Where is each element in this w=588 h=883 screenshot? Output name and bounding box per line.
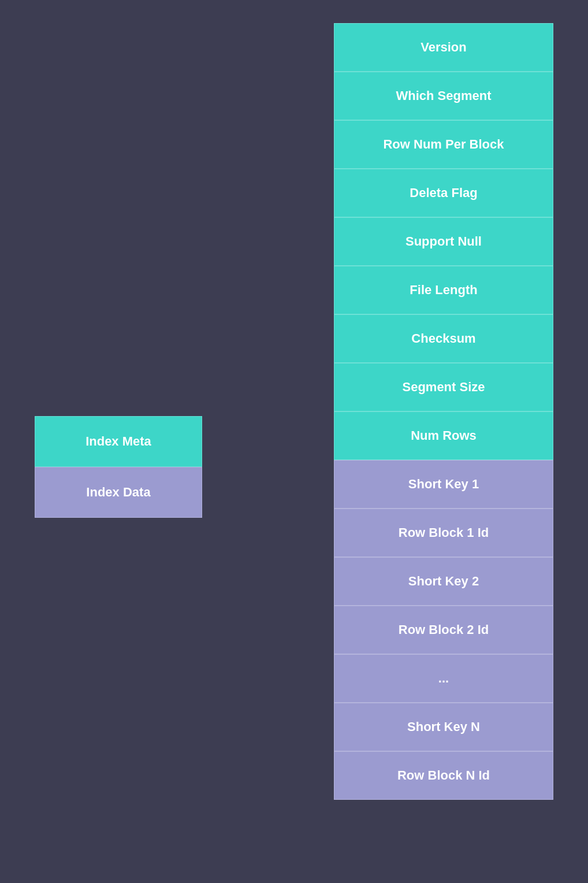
main-container: Index Meta Index Data Version Which Segm… xyxy=(0,23,588,800)
label-row-block-2-id: Row Block 2 Id xyxy=(399,622,489,637)
right-block-which-segment: Which Segment xyxy=(334,72,553,120)
label-num-rows: Num Rows xyxy=(411,428,477,443)
label-deleta-flag: Deleta Flag xyxy=(410,185,477,200)
label-segment-size: Segment Size xyxy=(402,380,485,394)
right-block-row-block-1-id: Row Block 1 Id xyxy=(334,509,553,557)
label-short-key-1: Short Key 1 xyxy=(408,477,479,491)
label-which-segment: Which Segment xyxy=(396,88,491,103)
label-ellipsis: ... xyxy=(438,671,449,685)
label-support-null: Support Null xyxy=(405,234,482,248)
right-block-row-block-n-id: Row Block N Id xyxy=(334,751,553,800)
right-panel: Version Which Segment Row Num Per Block … xyxy=(334,23,553,800)
index-meta-label: Index Meta xyxy=(85,434,151,448)
right-block-ellipsis: ... xyxy=(334,654,553,703)
label-checksum: Checksum xyxy=(411,331,475,346)
right-block-num-rows: Num Rows xyxy=(334,411,553,460)
label-short-key-n: Short Key N xyxy=(407,719,480,734)
label-row-block-n-id: Row Block N Id xyxy=(397,768,490,782)
label-row-num-per-block: Row Num Per Block xyxy=(383,137,504,151)
right-block-support-null: Support Null xyxy=(334,217,553,266)
right-block-row-num-per-block: Row Num Per Block xyxy=(334,120,553,169)
right-block-segment-size: Segment Size xyxy=(334,363,553,411)
right-block-deleta-flag: Deleta Flag xyxy=(334,169,553,217)
label-file-length: File Length xyxy=(410,283,477,297)
right-block-short-key-2: Short Key 2 xyxy=(334,557,553,606)
right-block-short-key-1: Short Key 1 xyxy=(334,460,553,509)
index-data-block: Index Data xyxy=(35,467,202,518)
label-short-key-2: Short Key 2 xyxy=(408,574,479,588)
left-panel: Index Meta Index Data xyxy=(35,416,202,518)
index-data-label: Index Data xyxy=(86,485,150,499)
right-block-short-key-n: Short Key N xyxy=(334,703,553,751)
label-row-block-1-id: Row Block 1 Id xyxy=(399,525,489,540)
right-block-checksum: Checksum xyxy=(334,314,553,363)
right-block-file-length: File Length xyxy=(334,266,553,314)
right-block-row-block-2-id: Row Block 2 Id xyxy=(334,606,553,654)
label-version: Version xyxy=(420,40,466,54)
index-meta-block: Index Meta xyxy=(35,416,202,467)
right-block-version: Version xyxy=(334,23,553,72)
